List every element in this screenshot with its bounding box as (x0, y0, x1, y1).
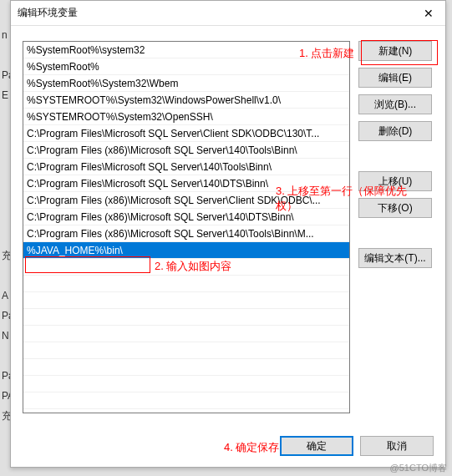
ok-button[interactable]: 确定 (280, 436, 353, 456)
edit-button[interactable]: 编辑(E) (358, 68, 432, 88)
path-list-item[interactable]: %SystemRoot% (23, 58, 349, 75)
path-list-item[interactable]: %SystemRoot%\system32 (23, 42, 349, 58)
edit-env-var-dialog: 编辑环境变量 ✕ %SystemRoot%\system32%SystemRoo… (10, 0, 446, 468)
path-list-empty-row (23, 276, 349, 292)
path-list-item[interactable]: C:\Program Files\Microsoft SQL Server\14… (23, 175, 349, 192)
path-list-item[interactable]: C:\Program Files\Microsoft SQL Server\Cl… (23, 125, 349, 142)
path-list-empty-row (23, 259, 349, 276)
path-list-empty-row (23, 292, 349, 309)
close-button[interactable]: ✕ (412, 1, 445, 26)
delete-button[interactable]: 删除(D) (358, 121, 432, 141)
edittext-button[interactable]: 编辑文本(T)... (358, 248, 432, 268)
dialog-footer: 确定 取消 (11, 425, 445, 467)
path-list-item[interactable]: C:\Program Files (x86)\Microsoft SQL Ser… (23, 192, 349, 209)
cancel-button[interactable]: 取消 (360, 436, 434, 456)
path-list-item[interactable]: C:\Program Files\Microsoft SQL Server\14… (23, 159, 349, 175)
path-list-empty-row (23, 359, 349, 376)
path-list-item[interactable]: %SYSTEMROOT%\System32\WindowsPowerShell\… (23, 92, 349, 109)
path-list-empty-row (23, 342, 349, 359)
dialog-body: %SystemRoot%\system32%SystemRoot%%System… (11, 26, 445, 425)
dialog-title: 编辑环境变量 (18, 6, 78, 20)
movedown-button[interactable]: 下移(O) (358, 198, 432, 218)
path-list-empty-row (23, 326, 349, 342)
browse-button[interactable]: 浏览(B)... (358, 94, 432, 114)
close-icon: ✕ (424, 7, 434, 20)
new-button[interactable]: 新建(N) (358, 41, 432, 61)
path-list-empty-row (23, 376, 349, 392)
path-list-empty-row (23, 392, 349, 409)
path-list-item[interactable]: %SystemRoot%\System32\Wbem (23, 75, 349, 92)
titlebar: 编辑环境变量 ✕ (11, 1, 445, 26)
path-list-item[interactable]: C:\Program Files (x86)\Microsoft SQL Ser… (23, 225, 349, 242)
path-list-item[interactable]: C:\Program Files (x86)\Microsoft SQL Ser… (23, 209, 349, 225)
watermark: @51CTO博客 (390, 462, 447, 474)
side-buttons: 新建(N) 编辑(E) 浏览(B)... 删除(D) 上移(U) 下移(O) 编… (350, 41, 434, 413)
path-list-item[interactable]: C:\Program Files (x86)\Microsoft SQL Ser… (23, 142, 349, 159)
path-list-empty-row (23, 309, 349, 326)
path-list-empty-row (23, 409, 349, 413)
moveup-button[interactable]: 上移(U) (358, 171, 432, 191)
path-list-item[interactable]: %JAVA_HOME%\bin\ (23, 242, 349, 259)
path-list-item[interactable]: %SYSTEMROOT%\System32\OpenSSH\ (23, 109, 349, 125)
path-list[interactable]: %SystemRoot%\system32%SystemRoot%%System… (23, 41, 350, 413)
